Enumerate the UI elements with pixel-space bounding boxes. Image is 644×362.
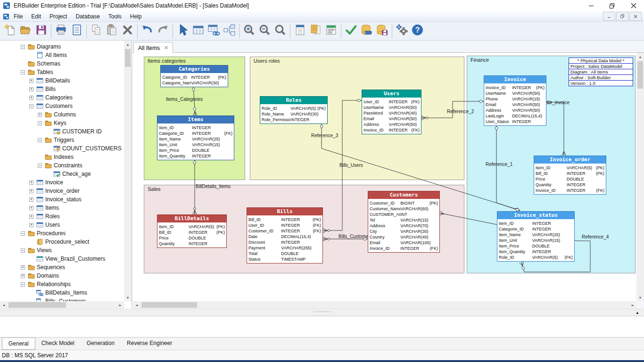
mdi-restore-button[interactable] — [616, 12, 628, 21]
scroll-down-icon[interactable]: ▼ — [124, 294, 132, 301]
pointer-button[interactable] — [175, 23, 190, 39]
tree-item-constraints[interactable]: −Constraints — [0, 161, 124, 170]
tree-item-check-age[interactable]: Check_age — [0, 170, 124, 178]
bottom-tab-reverse-engineer[interactable]: Reverse Engineer — [121, 337, 178, 350]
expand-icon[interactable]: + — [21, 274, 25, 278]
tree-item-customer-id[interactable]: CUSTOMER ID — [0, 127, 124, 136]
tree-item-tables[interactable]: −Tables — [0, 68, 124, 76]
tree-item-view-brazil-customers[interactable]: View_Brazil_Customers — [0, 255, 124, 263]
tree-horizontal-scrollbar[interactable]: ◄ ► — [0, 301, 124, 309]
collapse-icon[interactable]: − — [38, 164, 42, 168]
tab-all-items[interactable]: All Items ✕ — [133, 42, 173, 53]
zoom-in-button[interactable] — [241, 23, 257, 39]
expand-icon[interactable]: + — [29, 197, 33, 202]
help-button[interactable]: ? — [410, 23, 425, 39]
zoom-out-button[interactable] — [257, 23, 272, 39]
close-button[interactable] — [623, 0, 644, 11]
relationship-label-bills_users[interactable]: Bills_Users — [339, 163, 363, 168]
scroll-right-icon[interactable]: ► — [629, 301, 636, 309]
mdi-minimize-button[interactable] — [603, 12, 615, 21]
tree-item-relationships[interactable]: −Relationships — [0, 280, 124, 288]
delete-button[interactable] — [120, 23, 135, 39]
expand-icon[interactable]: + — [38, 113, 42, 117]
collapse-icon[interactable]: − — [38, 121, 42, 125]
tree-item-domains[interactable]: +Domains — [0, 272, 124, 280]
tree-item-all-items[interactable]: All Items — [0, 51, 124, 59]
database-save-button[interactable] — [374, 23, 390, 39]
paste-button[interactable] — [104, 23, 120, 39]
relationship-label-reference_4[interactable]: Reference_4 — [582, 234, 609, 239]
collapse-icon[interactable]: − — [38, 138, 42, 142]
table-relationship-button[interactable] — [206, 23, 222, 39]
expand-icon[interactable]: + — [29, 87, 33, 91]
database-script-button[interactable] — [359, 23, 374, 39]
relationship-label-items_categories[interactable]: Items_Categories — [166, 97, 203, 102]
tree-item-sequences[interactable]: +Sequences — [0, 263, 124, 272]
horizontal-splitter[interactable]: ......... ▲ — [0, 309, 644, 316]
expand-icon[interactable]: + — [21, 265, 25, 270]
collapse-icon[interactable]: − — [21, 70, 25, 74]
canvas-vertical-scrollbar[interactable]: ▲ ▼ — [636, 53, 644, 301]
undo-button[interactable] — [140, 23, 155, 39]
mdi-close-button[interactable] — [629, 12, 642, 21]
tree-item-invoice-status[interactable]: +Invoice_status — [0, 195, 124, 204]
print-button[interactable] — [53, 23, 69, 39]
expand-icon[interactable]: + — [29, 206, 33, 210]
tree-vertical-scrollbar[interactable]: ▲ ▼ — [124, 41, 132, 301]
copy-button[interactable] — [89, 23, 104, 39]
restore-button[interactable] — [602, 0, 623, 11]
diagram-canvas[interactable]: Items categoriesUsers rolesFinanceSalesI… — [133, 53, 636, 301]
collapse-icon[interactable]: − — [21, 231, 25, 236]
tree-item-customers[interactable]: −Customers — [0, 102, 124, 110]
expand-icon[interactable]: + — [29, 189, 33, 193]
tree-item-diagrams[interactable]: −Diagrams — [0, 42, 124, 51]
save-button[interactable] — [33, 23, 49, 39]
tree-item-columns[interactable]: +Columns — [0, 110, 124, 119]
collapse-icon[interactable]: − — [21, 45, 25, 49]
entity-users[interactable]: UsersUser_IDINTEGER(PK)UserNameVARCHAR(5… — [362, 90, 421, 134]
report-button[interactable] — [69, 23, 84, 39]
entity-invoice[interactable]: InvoiceInvoice_IDINTEGER(PK)UserNameVARC… — [484, 75, 546, 126]
relationship-label-billdetails_items[interactable]: BillDetails_Items — [196, 184, 231, 189]
tree-item-bills[interactable]: +Bills — [0, 85, 124, 93]
entity-invoice_order[interactable]: Invoice_orderItem_IDVARCHAR(5)(PK)Bill_I… — [534, 156, 606, 195]
tree-item-keys[interactable]: −Keys — [0, 119, 124, 127]
tree-item-billdetails[interactable]: +BillDetails — [0, 76, 124, 85]
model-info-note[interactable]: * Physical Data Model *Project : Sales D… — [569, 58, 633, 86]
scroll-down-icon[interactable]: ▼ — [636, 294, 644, 301]
tree-item-invoice[interactable]: +Invoice — [0, 178, 124, 187]
entity-billdetails[interactable]: BillDetailsItem_IDVARCHAR(5)(PK)Bill_IDI… — [157, 214, 227, 248]
zoom-button[interactable] — [272, 23, 288, 39]
menu-project[interactable]: Project — [45, 11, 71, 21]
tree-item-procedures[interactable]: −Procedures — [0, 229, 124, 238]
scroll-up-icon[interactable]: ▲ — [124, 41, 132, 48]
scroll-left-icon[interactable]: ◄ — [0, 301, 8, 309]
menu-help[interactable]: Help — [126, 11, 146, 21]
entity-categories[interactable]: CategoriesCategorie_IDINTEGER(PK)Categor… — [160, 65, 228, 87]
collapse-icon[interactable]: − — [29, 104, 33, 108]
collapse-icon[interactable]: − — [21, 248, 25, 253]
tree-item-count-customers[interactable]: COUNT_CUSTOMERS — [0, 144, 124, 153]
redo-button[interactable] — [155, 23, 171, 39]
check-model-button[interactable] — [343, 23, 359, 39]
entity-items[interactable]: ItemsItem_IDINTEGERCategorie_IDINTEGER(F… — [157, 115, 234, 160]
bottom-tab-check-model[interactable]: Check Model — [35, 337, 81, 350]
collapse-panel-icon[interactable]: ▲ — [636, 311, 639, 315]
tree-item-roles[interactable]: +Roles — [0, 212, 124, 221]
relationship-label-reference_3[interactable]: Reference_3 — [311, 133, 338, 138]
tree-item-categories[interactable]: +Categories — [0, 93, 124, 102]
tree-item-views[interactable]: −Views — [0, 246, 124, 255]
relationship-label-reference_1[interactable]: Reference_1 — [486, 162, 512, 167]
tree-item-billdetails-items[interactable]: BillDetails_Items — [0, 288, 124, 297]
canvas-horizontal-scrollbar[interactable]: ◄ ► — [133, 301, 636, 309]
document-report-button[interactable] — [292, 23, 308, 39]
expand-icon[interactable]: + — [29, 214, 33, 219]
settings-button[interactable] — [394, 23, 410, 39]
tree-item-procedure-select[interactable]: Procedure_select — [0, 238, 124, 246]
expand-icon[interactable]: + — [29, 96, 33, 100]
table-button[interactable] — [190, 23, 206, 39]
form-grid-button[interactable] — [323, 23, 339, 39]
tree-item-indexes[interactable]: Indexes — [0, 153, 124, 161]
menu-database[interactable]: Database — [71, 11, 104, 21]
menu-edit[interactable]: Edit — [27, 11, 45, 21]
